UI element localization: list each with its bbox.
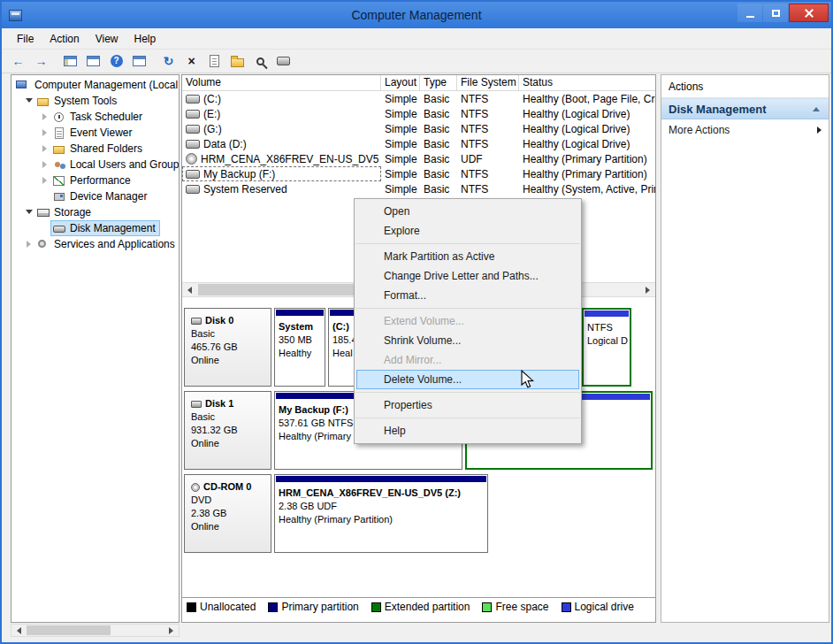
- drive-icon: [191, 318, 202, 325]
- tree-item-performance[interactable]: Performance: [11, 172, 179, 188]
- menu-item-help[interactable]: Help: [356, 421, 579, 441]
- chevron-up-icon[interactable]: [813, 107, 820, 111]
- menu-file[interactable]: File: [9, 30, 42, 48]
- help-icon[interactable]: ?: [105, 51, 127, 72]
- forward-icon[interactable]: →: [30, 51, 52, 72]
- cdrom-0-info[interactable]: CD-ROM 0 DVD 2.38 GB Online: [184, 474, 271, 553]
- scrollbar-thumb[interactable]: [27, 625, 111, 635]
- services-icon: [37, 239, 50, 250]
- col-type[interactable]: Type: [420, 75, 457, 90]
- chevron-right-icon: [817, 126, 822, 134]
- cd-icon: [186, 153, 197, 165]
- scroll-left-button[interactable]: [11, 625, 27, 636]
- expander-icon[interactable]: [40, 175, 50, 186]
- console-window-icon[interactable]: [82, 51, 104, 72]
- partition-logical-disk0[interactable]: NTFS Logical D: [582, 308, 631, 387]
- expander-icon[interactable]: [40, 143, 50, 154]
- volume-row-g[interactable]: (G:) Simple Basic NTFS Healthy (Logical …: [182, 121, 655, 136]
- tree-item-event-viewer[interactable]: Event Viewer: [11, 125, 179, 141]
- expander-icon[interactable]: [24, 239, 34, 249]
- scroll-right-button[interactable]: [640, 283, 655, 296]
- actions-title: Actions: [661, 75, 829, 98]
- close-button[interactable]: [789, 4, 829, 22]
- partition-system[interactable]: System 350 MB Healthy: [274, 308, 325, 387]
- tree-item-disk-management[interactable]: Disk Management: [11, 220, 179, 236]
- volume-row-data-d[interactable]: Data (D:) Simple Basic NTFS Healthy (Log…: [182, 136, 655, 151]
- menu-help[interactable]: Help: [126, 30, 164, 48]
- tree-item-system-tools[interactable]: System Tools: [11, 93, 179, 109]
- menu-item-format[interactable]: Format...: [356, 286, 579, 305]
- col-file-system[interactable]: File System: [457, 75, 519, 90]
- col-layout[interactable]: Layout: [381, 75, 420, 90]
- window-title: Computer Management: [2, 8, 831, 22]
- primary-partition-swatch: [268, 602, 278, 612]
- expander-icon[interactable]: [40, 159, 50, 170]
- cd-icon: [191, 483, 200, 492]
- zoom-icon[interactable]: [249, 51, 271, 72]
- menu-item-explore[interactable]: Explore: [356, 221, 579, 241]
- col-volume[interactable]: Volume: [182, 75, 381, 90]
- show-console-tree-icon[interactable]: [59, 51, 81, 72]
- volume-row-z[interactable]: HRM_CENA_X86FREV_EN-US_DV5 (Z:) Simple B…: [182, 151, 655, 166]
- scroll-left-button[interactable]: [182, 283, 197, 296]
- actions-disk-management-header[interactable]: Disk Management: [661, 98, 829, 119]
- console-window-2-icon[interactable]: [128, 51, 150, 72]
- disk-0-info[interactable]: Disk 0 Basic 465.76 GB Online: [184, 308, 271, 387]
- menu-item-properties[interactable]: Properties: [356, 395, 579, 415]
- menu-action[interactable]: Action: [42, 30, 87, 48]
- legend-logical-drive: Logical drive: [562, 601, 634, 613]
- tree-item-device-manager[interactable]: Device Manager: [11, 188, 179, 204]
- volume-list-header: Volume Layout Type File System Status: [182, 75, 655, 91]
- disk-management-icon: [53, 223, 66, 234]
- refresh-icon[interactable]: ↻: [157, 51, 180, 72]
- volume-row-e[interactable]: (E:) Simple Basic NTFS Healthy (Logical …: [182, 106, 655, 121]
- delete-icon[interactable]: ×: [180, 51, 203, 72]
- menu-item-mark-partition-active[interactable]: Mark Partition as Active: [356, 247, 579, 266]
- tree-item-task-scheduler[interactable]: Task Scheduler: [11, 109, 179, 125]
- minimize-button[interactable]: [737, 4, 762, 22]
- menu-item-change-drive-letter[interactable]: Change Drive Letter and Paths...: [356, 266, 579, 286]
- open-folder-icon[interactable]: [226, 51, 248, 72]
- volume-row-c[interactable]: (C:) Simple Basic NTFS Healthy (Boot, Pa…: [182, 91, 655, 106]
- volume-row-my-backup-f[interactable]: My Backup (F:) Simple Basic NTFS Healthy…: [182, 166, 655, 181]
- partition-z[interactable]: HRM_CENA_X86FREV_EN-US_DV5 (Z:) 2.38 GB …: [274, 474, 488, 553]
- menu-item-delete-volume[interactable]: Delete Volume...: [356, 370, 579, 389]
- logical-drive-swatch: [562, 602, 571, 612]
- maximize-button[interactable]: [763, 4, 788, 22]
- volume-row-system-reserved[interactable]: System Reserved Simple Basic NTFS Health…: [182, 181, 655, 196]
- expander-icon[interactable]: [40, 127, 50, 138]
- expander-icon[interactable]: [24, 96, 34, 106]
- scroll-right-button[interactable]: [164, 625, 179, 636]
- menu-item-open[interactable]: Open: [356, 202, 579, 221]
- col-status[interactable]: Status: [519, 75, 655, 90]
- more-actions[interactable]: More Actions: [661, 119, 829, 141]
- tree-item-shared-folders[interactable]: Shared Folders: [11, 141, 179, 157]
- back-icon[interactable]: ←: [7, 51, 29, 72]
- disk-1-info[interactable]: Disk 1 Basic 931.32 GB Online: [184, 391, 271, 470]
- legend-extended-partition: Extended partition: [371, 601, 470, 613]
- cdrom-0-row: CD-ROM 0 DVD 2.38 GB Online HRM_CENA_X86…: [184, 474, 655, 553]
- legend-unallocated: Unallocated: [187, 601, 256, 613]
- users-groups-icon: [53, 159, 66, 171]
- drive-icon: [191, 401, 202, 408]
- menu-separator: [355, 243, 580, 244]
- tree-item-local-users-and-groups[interactable]: Local Users and Groups: [11, 157, 179, 172]
- volume-context-menu: Open Explore Mark Partition as Active Ch…: [354, 198, 582, 444]
- computer-icon: [15, 80, 28, 91]
- console-tree: Computer Management (Local System Tools …: [11, 74, 180, 623]
- menu-item-extend-volume: Extend Volume...: [356, 311, 579, 331]
- device-manager-icon: [53, 191, 66, 203]
- expander-icon[interactable]: [24, 207, 34, 218]
- tree-item-storage[interactable]: Storage: [11, 204, 179, 220]
- menu-item-shrink-volume[interactable]: Shrink Volume...: [356, 331, 579, 350]
- menu-view[interactable]: View: [88, 30, 126, 48]
- disk-icon[interactable]: [272, 51, 294, 72]
- tree-item-computer-management[interactable]: Computer Management (Local: [11, 77, 179, 93]
- system-tools-icon: [37, 96, 50, 107]
- properties-icon[interactable]: [203, 51, 225, 72]
- tree-item-services-and-applications[interactable]: Services and Applications: [11, 236, 179, 252]
- extended-partition-swatch: [371, 602, 381, 612]
- mouse-cursor: [519, 370, 537, 393]
- drive-icon: [186, 125, 200, 134]
- expander-icon[interactable]: [40, 111, 50, 122]
